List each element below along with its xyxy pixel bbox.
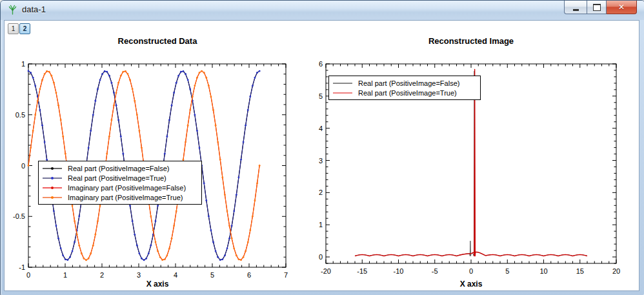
legend-line-sample <box>333 80 352 86</box>
minimize-icon <box>573 9 579 11</box>
legend-label: Real part (PositiveImage=False) <box>68 165 169 172</box>
right-plot-legend: Real part (PositiveImage=False)Real part… <box>328 76 481 100</box>
legend-line-sample <box>43 175 62 181</box>
svg-text:4: 4 <box>174 271 177 279</box>
svg-text:0: 0 <box>469 267 473 275</box>
right-x-axis-label: X axis <box>323 280 619 289</box>
legend-label: Imaginary part (PositiveImage=True) <box>68 194 183 201</box>
svg-text:1: 1 <box>319 221 323 229</box>
svg-text:6: 6 <box>247 271 251 279</box>
svg-text:0.5: 0.5 <box>15 111 25 119</box>
left-plot-legend: Real part (PositiveImage=False)Real part… <box>38 161 202 205</box>
svg-text:0: 0 <box>26 271 30 279</box>
svg-text:-5: -5 <box>432 267 438 275</box>
svg-text:-15: -15 <box>357 267 367 275</box>
legend-label: Real part (PositiveImage=True) <box>68 174 166 182</box>
svg-text:2: 2 <box>100 271 104 279</box>
svg-text:3: 3 <box>137 271 141 279</box>
svg-text:5: 5 <box>210 271 214 279</box>
svg-text:-1: -1 <box>19 263 25 271</box>
legend-item: Real part (PositiveImage=False) <box>43 163 197 173</box>
window-controls: ✕ <box>564 1 637 14</box>
legend-item: Real part (PositiveImage=True) <box>43 173 197 183</box>
legend-line-sample <box>43 165 62 172</box>
left-x-axis-label: X axis <box>28 280 287 289</box>
client-area: 1 2 Reconstructed Data Reconstructed Ima… <box>4 20 639 291</box>
close-button[interactable]: ✕ <box>607 1 637 14</box>
svg-text:20: 20 <box>612 267 620 275</box>
tab-page-1[interactable]: 1 <box>8 23 19 34</box>
svg-text:5: 5 <box>319 92 323 100</box>
legend-item: Imaginary part (PositiveImage=True) <box>43 192 197 202</box>
svg-text:0: 0 <box>21 162 25 170</box>
svg-text:4: 4 <box>319 125 323 132</box>
tab-page-2[interactable]: 2 <box>19 23 30 34</box>
svg-text:6: 6 <box>319 60 323 68</box>
close-icon: ✕ <box>618 3 625 11</box>
svg-text:-10: -10 <box>394 267 404 275</box>
svg-text:1: 1 <box>63 271 67 279</box>
svg-text:-20: -20 <box>321 267 331 275</box>
minimize-button[interactable] <box>564 1 587 14</box>
legend-label: Imaginary part (PositiveImage=False) <box>68 184 186 192</box>
svg-text:7: 7 <box>284 271 288 279</box>
window-title: data-1 <box>22 5 46 14</box>
legend-line-sample <box>43 194 62 201</box>
legend-line-sample <box>43 185 62 191</box>
legend-label: Real part (PositiveImage=True) <box>358 89 457 97</box>
svg-text:-0.5: -0.5 <box>13 212 25 220</box>
legend-label: Real part (PositiveImage=False) <box>358 79 459 87</box>
legend-line-sample <box>333 90 352 96</box>
legend-item: Imaginary part (PositiveImage=False) <box>43 183 197 192</box>
legend-item: Real part (PositiveImage=True) <box>333 88 476 97</box>
svg-text:5: 5 <box>505 267 509 275</box>
maximize-icon <box>593 4 601 11</box>
svg-text:10: 10 <box>539 267 547 275</box>
svg-text:1: 1 <box>21 60 25 68</box>
right-plot-title: Reconstructed Image <box>323 36 619 46</box>
mantis-icon <box>7 5 18 15</box>
svg-text:2: 2 <box>319 188 323 196</box>
svg-text:15: 15 <box>576 267 584 275</box>
app-window: data-1 ✕ 1 2 Reconstructed Data Reconstr… <box>0 0 644 295</box>
maximize-button[interactable] <box>587 1 607 14</box>
svg-text:0: 0 <box>319 253 323 261</box>
title-bar[interactable]: data-1 ✕ <box>1 1 644 20</box>
svg-text:3: 3 <box>319 157 323 165</box>
legend-item: Real part (PositiveImage=False) <box>333 78 476 88</box>
left-plot-title: Reconstructed Data <box>28 36 287 46</box>
